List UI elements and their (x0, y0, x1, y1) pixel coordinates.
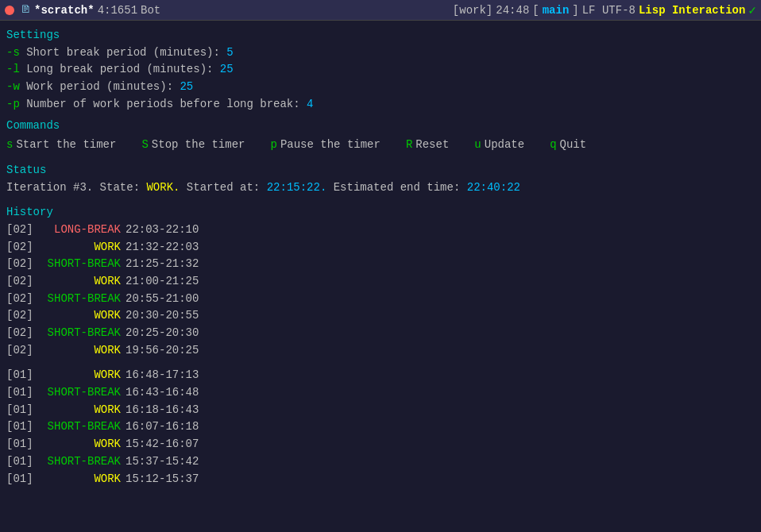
cmd-reset-label: Reset (415, 137, 449, 154)
cmd-quit-label: Quit (560, 137, 587, 154)
status-started-label: Started at: (180, 181, 266, 194)
main-content: Settings -s Short break period (minutes)… (0, 21, 761, 491)
hist-time: 22:03-22:10 (126, 222, 199, 239)
setting-l-label: Long break period (minutes): (26, 63, 220, 75)
status-state: WORK. (146, 181, 180, 194)
cmd-pause-label: Pause the timer (280, 137, 380, 154)
hist-type: WORK (38, 273, 126, 291)
status-est-label: Estimated end time: (326, 181, 466, 194)
encoding: LF UTF-8 (582, 4, 635, 17)
table-row: [02] WORK 21:00-21:25 (6, 273, 755, 291)
hist-idx: [01] (6, 384, 38, 402)
hist-idx: [02] (6, 307, 38, 325)
hist-idx: [02] (6, 222, 38, 239)
cmd-update-key: u (474, 137, 481, 154)
hist-type: SHORT-BREAK (38, 453, 126, 471)
table-row: [01] SHORT-BREAK 16:43-16:48 (6, 384, 755, 402)
cmd-start-key: s (6, 137, 13, 154)
hist-type: WORK (38, 239, 126, 256)
window-close-dot (5, 6, 14, 15)
hist-type: WORK (38, 402, 126, 419)
branch-open: [ (532, 4, 539, 17)
buffer-name: *scratch* (34, 4, 95, 17)
status-header: Status (6, 162, 755, 179)
cmd-quit[interactable]: q Quit (550, 137, 586, 154)
setting-s-value: 5 (226, 46, 233, 59)
hist-time: 20:25-20:30 (126, 325, 199, 342)
cmd-stop-label: Stop the timer (152, 137, 245, 154)
commands-row: s Start the timer S Stop the timer p Pau… (6, 137, 755, 154)
buffer-time: 24:48 (496, 4, 529, 17)
hist-idx: [02] (6, 273, 38, 291)
cmd-reset[interactable]: R Reset (406, 137, 449, 154)
cmd-stop-key: S (141, 137, 148, 154)
setting-w-value: 25 (180, 80, 193, 93)
table-row: [02] SHORT-BREAK 21:25-21:32 (6, 256, 755, 273)
table-row: [02] WORK 19:56-20:25 (6, 342, 755, 360)
hist-type: WORK (38, 436, 126, 453)
hist-type: SHORT-BREAK (38, 256, 126, 273)
hist-idx: [01] (6, 418, 38, 436)
table-row: [02] LONG-BREAK 22:03-22:10 (6, 222, 755, 239)
major-mode: Lisp Interaction (639, 4, 745, 17)
status-line: Iteration #3. State: WORK. Started at: 2… (6, 179, 755, 197)
table-row: [01] WORK 16:48-17:13 (6, 367, 755, 384)
table-row: [01] WORK 15:42-16:07 (6, 436, 755, 453)
flag-l: -l (6, 63, 20, 75)
hist-time: 16:43-16:48 (126, 384, 199, 402)
hist-time: 16:07-16:18 (126, 418, 199, 436)
commands-section: Commands s Start the timer S Stop the ti… (6, 118, 755, 153)
hist-time: 21:32-22:03 (126, 239, 199, 256)
statusbar: 🖹 *scratch* 4:1651 Bot [work] 24:48 [mai… (0, 0, 761, 21)
hist-idx: [02] (6, 325, 38, 342)
setting-w-label: Work period (minutes): (26, 80, 180, 93)
cmd-pause[interactable]: p Pause the timer (270, 137, 380, 154)
history-header: History (6, 204, 755, 222)
hist-idx: [01] (6, 402, 38, 419)
table-row: [02] SHORT-BREAK 20:25-20:30 (6, 325, 755, 342)
table-row: [01] WORK 15:12-15:37 (6, 471, 755, 488)
hist-type: SHORT-BREAK (38, 418, 126, 436)
hist-type: WORK (38, 342, 126, 360)
cmd-start[interactable]: s Start the timer (6, 137, 116, 154)
work-tag: [work] (453, 4, 493, 17)
cmd-quit-key: q (550, 137, 556, 154)
history-section: History [02] LONG-BREAK 22:03-22:10 [02]… (6, 204, 755, 488)
setting-p-label: Number of work periods before long break… (26, 98, 307, 110)
hist-idx: [01] (6, 436, 38, 453)
commands-header: Commands (6, 118, 755, 135)
setting-l-value: 25 (220, 63, 234, 75)
setting-row-w: -w Work period (minutes): 25 (6, 79, 755, 96)
status-section: Status Iteration #3. State: WORK. Starte… (6, 162, 755, 196)
hist-type: SHORT-BREAK (38, 325, 126, 342)
hist-idx: [02] (6, 291, 38, 308)
cmd-pause-key: p (270, 137, 276, 154)
hist-type: SHORT-BREAK (38, 384, 126, 402)
hist-type: LONG-BREAK (38, 222, 126, 239)
cmd-update-label: Update (485, 137, 524, 154)
hist-idx: [02] (6, 239, 38, 256)
setting-row-s: -s Short break period (minutes): 5 (6, 44, 755, 62)
settings-section: Settings -s Short break period (minutes)… (6, 27, 755, 113)
cmd-update[interactable]: u Update (474, 137, 524, 154)
history-group-2: [01] WORK 16:48-17:13 [01] SHORT-BREAK 1… (6, 367, 755, 488)
branch-close: ] (572, 4, 578, 17)
table-row: [02] WORK 20:30-20:55 (6, 307, 755, 325)
hist-time: 16:18-16:43 (126, 402, 199, 419)
hist-time: 20:55-21:00 (126, 291, 199, 308)
setting-row-p: -p Number of work periods before long br… (6, 96, 755, 114)
hist-time: 15:42-16:07 (126, 436, 199, 453)
cursor-position: 4:1651 (98, 4, 137, 17)
history-gap (6, 359, 755, 367)
settings-header: Settings (6, 27, 755, 44)
hist-idx: [02] (6, 256, 38, 273)
hist-idx: [01] (6, 471, 38, 488)
table-row: [01] SHORT-BREAK 15:37-15:42 (6, 453, 755, 471)
hist-time: 19:56-20:25 (126, 342, 199, 360)
cmd-stop[interactable]: S Stop the timer (141, 137, 245, 154)
hist-time: 16:48-17:13 (126, 367, 199, 384)
status-iteration: Iteration #3. State: (6, 181, 146, 194)
hist-time: 20:30-20:55 (126, 307, 199, 325)
flag-w: -w (6, 80, 20, 93)
buffer-icon: 🖹 (21, 4, 31, 16)
